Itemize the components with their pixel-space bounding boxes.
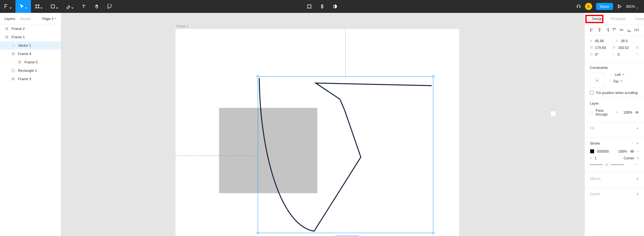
effects-section: Effects + [585,173,644,188]
stroke-cap-start[interactable] [590,165,603,165]
rotate-icon: ⟲ [590,52,593,56]
zoom-control[interactable]: 381% [626,5,638,8]
frame-icon [5,26,9,31]
stroke-opacity-input[interactable]: 100% [618,149,627,153]
stroke-section: Stroke ⦂ + 000000 100% − ≡ 1 Center ⇄ [585,137,644,173]
y-input[interactable]: 38.5 [621,39,628,43]
comment-tool-button[interactable] [103,0,116,13]
layers-panel-head: Layers Assets Page 1 [0,13,61,24]
frame2[interactable]: F... [551,111,555,116]
frame-tool-button[interactable] [31,0,46,13]
move-tool-button[interactable] [15,0,31,13]
layer-rectangle1[interactable]: Rectangle 1 [0,66,61,75]
shape-tool-button[interactable] [46,0,62,13]
toolbar-center [303,0,341,13]
frame-icon [11,52,15,56]
tab-assets[interactable]: Assets [20,17,31,21]
blend-mode-icon[interactable]: ◌ [590,110,593,115]
svg-point-4 [636,112,637,113]
selection-box [258,76,433,233]
tab-design[interactable]: Design [590,15,605,22]
spacing-guide-v [345,29,346,77]
blend-mode-select[interactable]: Pass through [596,109,614,116]
properties-panel: Design Prototype Inspect X85.86 Y38.5 W1… [584,13,644,236]
add-export-button[interactable]: + [636,191,639,196]
opacity-input[interactable]: 100% [623,110,632,114]
share-button[interactable]: Share [596,3,613,10]
add-stroke-button[interactable]: + [636,141,639,146]
radius-input[interactable]: 0 [618,52,620,56]
fix-position-checkbox[interactable]: Fix position when scrolling [590,91,639,95]
layer-frame5[interactable]: Frame 5 [0,58,61,66]
rotation-input[interactable]: 0° [595,52,599,56]
page-selector[interactable]: Page 1 [42,17,56,21]
stroke-visibility-icon[interactable] [630,150,634,153]
align-bottom-icon[interactable] [627,28,631,32]
add-effect-button[interactable]: + [636,176,639,181]
distribute-icon[interactable] [634,28,639,32]
stroke-weight-icon: ≡ [590,156,592,160]
layer-frame3[interactable]: Frame 3 [0,75,61,83]
align-row [585,24,644,36]
more-transform-icon[interactable]: ⋯ [635,52,639,56]
layer-vector1[interactable]: Vector 1 [0,41,61,50]
present-button[interactable] [617,0,622,13]
pen-tool-button[interactable] [62,0,77,13]
align-right-icon[interactable] [605,28,609,32]
align-top-icon[interactable] [612,28,617,32]
constraint-v-select[interactable]: ↕Top [609,79,624,83]
stroke-color-input[interactable]: 000000 [597,149,609,153]
swap-caps-icon[interactable]: ⇄ [605,163,608,167]
spacing-guide-h [176,156,258,156]
resize-handle-sw[interactable] [257,232,259,234]
stroke-style-icon[interactable]: ⦂ [632,141,633,146]
resize-handle-nw[interactable] [257,75,259,77]
visibility-icon[interactable] [635,111,639,114]
layer-section: Layer ◌ Pass through 100% [585,98,644,122]
link-dims-icon[interactable]: ⇅ [636,45,639,50]
stroke-weight-input[interactable]: 1 [594,156,596,160]
avatar[interactable]: S [585,3,592,10]
frame1-label[interactable]: Frame 1 [177,24,188,28]
remove-stroke-button[interactable]: − [637,149,639,153]
hand-tool-button[interactable] [90,0,103,13]
frame-icon [5,35,9,39]
voice-button[interactable] [576,0,581,13]
main-menu-button[interactable] [0,0,15,13]
h-input[interactable]: 160.52 [618,46,629,50]
constraints-widget[interactable]: + [590,73,605,88]
align-hcenter-icon[interactable] [597,28,602,32]
canvas[interactable]: Frame 1 179.64 × 160.52 F... [61,13,584,236]
frame-icon [11,77,15,81]
add-fill-button[interactable]: + [636,126,639,131]
layer-frame4[interactable]: Frame 4 [0,50,61,58]
stroke-more-icon[interactable]: ⋯ [635,163,639,167]
resize-handle-se[interactable] [432,232,434,234]
mask-button[interactable] [329,0,341,13]
text-tool-button[interactable] [77,0,90,13]
export-section: Export + [585,188,644,203]
radius-icon: ⌐ [612,52,616,56]
layer-frame1[interactable]: Frame 1 [0,33,61,41]
zoom-value: 381% [626,5,635,8]
fill-section: Fill + [585,122,644,137]
svg-rect-0 [51,5,54,8]
x-input[interactable]: 85.86 [595,39,604,43]
align-vcenter-icon[interactable] [620,28,624,32]
align-left-icon[interactable] [590,28,594,32]
transform-section: X85.86 Y38.5 W179.64 H160.52 ⇅ ⟲0° ⌐0 ⋯ [585,36,644,62]
toolbar-right: S Share 381% [576,0,644,13]
constraint-h-select[interactable]: ↔Left [609,73,624,77]
resize-handle-ne[interactable] [432,75,434,77]
top-toolbar: S Share 381% [0,0,644,13]
stroke-cap-end[interactable] [611,165,624,165]
tab-inspect[interactable]: Inspect [633,15,644,22]
layer-frame2[interactable]: Frame 2 [0,24,61,33]
component-button[interactable] [316,0,329,13]
frame-options-button[interactable] [303,0,316,13]
stroke-color-swatch[interactable] [590,149,594,154]
tab-layers[interactable]: Layers [5,17,15,21]
w-input[interactable]: 179.64 [595,46,606,50]
stroke-align-select[interactable]: Center [624,156,634,160]
tab-prototype[interactable]: Prototype [609,15,628,22]
